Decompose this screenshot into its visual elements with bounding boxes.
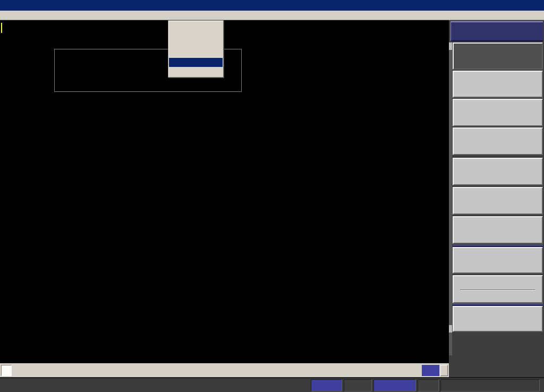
scroll-down-handle[interactable] [449, 325, 452, 333]
menu-bar [0, 11, 544, 20]
menu-item-system[interactable] [169, 58, 223, 67]
title-bar [0, 0, 544, 11]
instrument-screen [0, 0, 544, 392]
softkey-marker-3[interactable] [453, 99, 543, 126]
extref-status-badge [373, 379, 416, 391]
menu-instr-state[interactable] [163, 11, 167, 20]
trace1-info[interactable] [1, 24, 2, 32]
channel-number [1, 365, 12, 376]
menu-stimulus[interactable] [89, 11, 93, 20]
softkey-marker-to-ref-marker[interactable] [453, 247, 543, 274]
softkey-menu-title [450, 21, 543, 41]
softkey-more-markers[interactable] [453, 158, 543, 185]
softkey-ref-marker-mode[interactable] [453, 275, 543, 303]
softkey-scrollbar[interactable] [449, 42, 452, 355]
status-bar [0, 377, 544, 392]
softkey-marker-1[interactable] [453, 42, 543, 70]
datetime-display [440, 379, 540, 391]
softkey-return[interactable] [453, 306, 543, 332]
warning-badge[interactable] [440, 365, 448, 376]
marker-row-4 [55, 76, 241, 85]
softkey-clear-marker-menu[interactable] [453, 216, 543, 244]
menu-item-macro-break[interactable] [169, 40, 223, 49]
menu-mkr-analysis[interactable] [120, 11, 124, 20]
instr-state-dropdown [168, 20, 224, 78]
menu-active-ch-trace[interactable] [2, 11, 6, 20]
menu-response[interactable] [53, 11, 57, 20]
menu-item-macro-run[interactable] [169, 31, 223, 40]
calibration-status-badge [422, 365, 439, 376]
ref-marker-mode-value [460, 289, 536, 291]
stop-status-badge [344, 379, 372, 391]
meas-status-badge [311, 379, 342, 391]
trace1-name [1, 23, 2, 33]
softkey-marker-2[interactable] [453, 71, 543, 98]
softkey-ref-marker[interactable] [453, 187, 543, 215]
softkey-sidebar [449, 20, 544, 377]
softkey-marker-4[interactable] [453, 127, 543, 155]
svc-status-badge [418, 379, 439, 391]
channel-bar [0, 363, 449, 377]
menu-item-macro-setup[interactable] [169, 22, 223, 31]
scroll-up-handle[interactable] [449, 42, 452, 50]
menu-item-save-recall[interactable] [169, 49, 223, 58]
menu-item-preset[interactable] [169, 67, 223, 76]
